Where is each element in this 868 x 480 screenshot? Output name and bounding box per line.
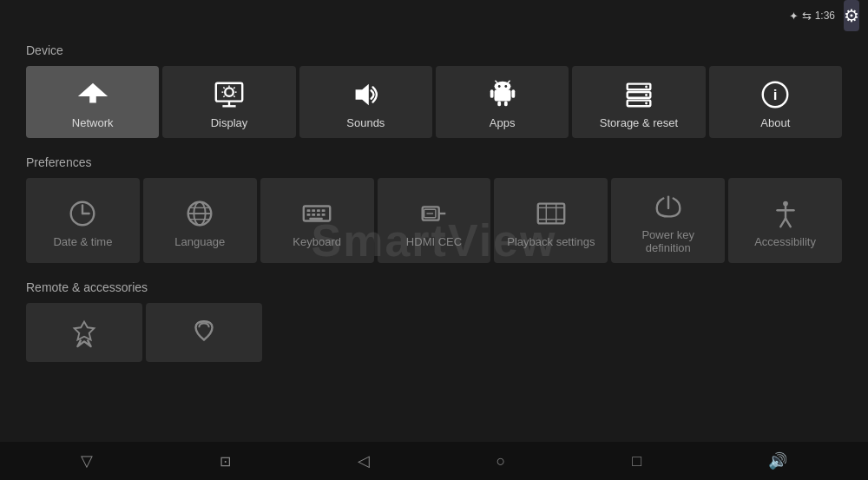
- powerkey-tile[interactable]: Power key definition: [611, 178, 725, 263]
- accessibility-tile[interactable]: Accessibility: [728, 178, 842, 263]
- top-bar: ✦ ⇆ 1:36 ⚙: [799, 0, 868, 31]
- datetime-icon: [66, 197, 99, 230]
- language-label: Language: [174, 235, 225, 248]
- remote-icon-1: [68, 315, 101, 348]
- main-content: Device Network: [0, 0, 868, 379]
- svg-rect-55: [538, 203, 564, 223]
- svg-rect-44: [317, 209, 320, 212]
- sounds-label: Sounds: [346, 116, 385, 129]
- svg-line-8: [233, 87, 234, 88]
- bottom-nav-bar: ▽ ⊡ ◁ ○ □ 🔊: [0, 442, 868, 480]
- svg-text:i: i: [773, 87, 778, 103]
- svg-line-10: [233, 95, 234, 96]
- language-icon: [183, 197, 216, 230]
- svg-point-28: [645, 86, 648, 89]
- svg-marker-14: [356, 84, 369, 106]
- sounds-icon: [349, 78, 382, 111]
- remote-grid: [26, 303, 842, 362]
- apps-icon: [486, 78, 519, 111]
- svg-rect-43: [312, 209, 315, 212]
- nav-square-icon[interactable]: □: [632, 452, 641, 470]
- keyboard-icon: [300, 197, 333, 230]
- network-tile[interactable]: Network: [26, 66, 159, 138]
- remote-section-title: Remote & accessories: [26, 280, 842, 294]
- keyboard-tile[interactable]: Keyboard: [260, 178, 374, 263]
- svg-rect-17: [490, 89, 493, 98]
- nav-volume-icon[interactable]: 🔊: [768, 451, 787, 470]
- svg-rect-50: [310, 217, 323, 220]
- svg-rect-47: [312, 214, 315, 216]
- svg-point-21: [497, 85, 500, 88]
- svg-line-65: [786, 218, 791, 227]
- datetime-tile[interactable]: Date & time: [26, 178, 140, 263]
- about-tile[interactable]: i About: [709, 66, 842, 138]
- playback-tile[interactable]: Playback settings: [494, 178, 608, 263]
- svg-rect-18: [511, 89, 515, 98]
- svg-point-22: [504, 85, 507, 88]
- apps-label: Apps: [490, 116, 516, 129]
- hdmi-label: HDMI CEC: [406, 235, 462, 248]
- network-icon: [76, 78, 109, 111]
- remote-icon-2: [187, 315, 220, 348]
- svg-line-13: [223, 95, 224, 96]
- display-tile[interactable]: Display: [162, 66, 295, 138]
- display-icon: [213, 78, 246, 111]
- time-display: 1:36: [815, 10, 835, 22]
- powerkey-label: Power key definition: [618, 228, 718, 254]
- remote-section: Remote & accessories: [26, 280, 842, 362]
- playback-label: Playback settings: [507, 235, 595, 248]
- svg-line-24: [507, 81, 510, 83]
- svg-rect-45: [322, 209, 326, 212]
- device-grid: Network Display: [26, 66, 842, 138]
- svg-line-64: [780, 218, 786, 227]
- device-section-title: Device: [26, 43, 842, 57]
- keyboard-label: Keyboard: [293, 235, 341, 248]
- nav-back-icon[interactable]: ◁: [358, 451, 370, 470]
- hdmi-icon: [418, 197, 450, 230]
- gear-icon: ⚙: [844, 5, 859, 26]
- svg-point-4: [225, 88, 233, 96]
- svg-rect-42: [307, 209, 311, 212]
- accessibility-icon: [769, 197, 802, 230]
- svg-line-11: [223, 87, 224, 88]
- svg-rect-19: [497, 102, 501, 107]
- sounds-tile[interactable]: Sounds: [299, 66, 432, 138]
- svg-point-30: [645, 102, 648, 105]
- hdmi-tile[interactable]: HDMI CEC: [378, 178, 491, 263]
- remote-tile-1[interactable]: [26, 303, 142, 362]
- storage-icon: [622, 78, 655, 111]
- svg-rect-49: [322, 214, 326, 216]
- svg-rect-48: [317, 214, 320, 216]
- preferences-grid: Date & time Language: [26, 178, 842, 263]
- storage-label: Storage & reset: [600, 116, 678, 129]
- svg-rect-20: [504, 102, 508, 107]
- datetime-label: Date & time: [53, 235, 112, 248]
- status-icons: ✦ ⇆ 1:36: [789, 10, 838, 23]
- about-label: About: [760, 116, 790, 129]
- nav-camera-icon[interactable]: ⊡: [220, 453, 231, 470]
- svg-line-23: [495, 81, 497, 83]
- playback-icon: [535, 197, 568, 230]
- language-tile[interactable]: Language: [143, 178, 257, 263]
- bluetooth-icon: ✦: [789, 10, 799, 23]
- wifi-icon: ⇆: [802, 10, 812, 23]
- svg-marker-0: [93, 83, 108, 96]
- nav-home-icon[interactable]: ○: [496, 452, 506, 470]
- nav-triangle-icon[interactable]: ▽: [81, 451, 93, 470]
- storage-tile[interactable]: Storage & reset: [572, 66, 705, 138]
- display-label: Display: [211, 116, 248, 129]
- about-icon: i: [759, 78, 792, 111]
- preferences-section-title: Preferences: [26, 155, 842, 169]
- svg-marker-1: [78, 83, 93, 96]
- remote-tile-2[interactable]: [146, 303, 262, 362]
- settings-gear-button[interactable]: ⚙: [844, 0, 859, 31]
- svg-point-29: [645, 94, 648, 96]
- svg-rect-46: [307, 214, 311, 216]
- svg-rect-2: [89, 96, 96, 103]
- powerkey-icon: [652, 190, 685, 223]
- network-label: Network: [72, 116, 114, 129]
- svg-rect-16: [494, 89, 510, 101]
- accessibility-label: Accessibility: [754, 235, 816, 248]
- apps-tile[interactable]: Apps: [436, 66, 569, 138]
